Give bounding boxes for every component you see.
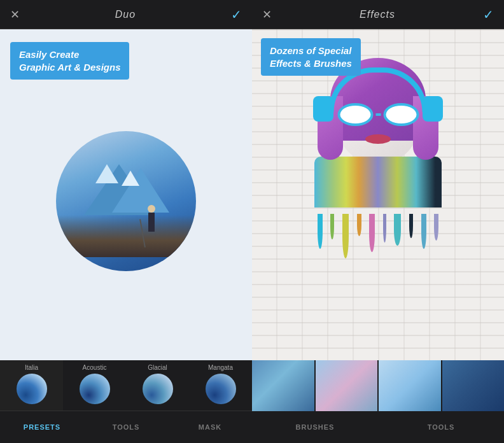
nav-mask[interactable]: MASK [168, 423, 252, 431]
drip-7 [394, 214, 401, 246]
nav-tools[interactable]: TOOLS [84, 423, 168, 431]
left-bottom-nav: PRESETS TOOLS MASK [0, 411, 252, 443]
glass-right [383, 103, 419, 126]
nav-right-tools[interactable]: TOOLS [378, 423, 504, 431]
person-body [148, 213, 155, 232]
left-circle-image [56, 131, 196, 271]
right-toolbar: BRUSHES TOOLS [252, 360, 504, 443]
brush-thumb-2[interactable] [316, 360, 378, 411]
left-close-icon[interactable]: ✕ [10, 8, 20, 22]
drip-4 [357, 214, 361, 236]
drip-5 [369, 214, 375, 252]
drip-9 [421, 214, 426, 249]
right-bottom-nav: BRUSHES TOOLS [252, 411, 504, 443]
preset-item-mangata[interactable]: Mangata [189, 360, 252, 411]
drip-8 [409, 214, 413, 238]
brush-thumb-3[interactable] [379, 360, 441, 411]
drip-10 [434, 214, 438, 241]
drip-6 [383, 214, 386, 243]
brush-thumb-4[interactable] [442, 360, 505, 411]
left-toolbar: Italia Acoustic Glacial Mangata PRESETS … [0, 360, 252, 443]
right-banner: Dozens of Special Effects & Brushes [261, 38, 361, 76]
person-silhouette [142, 205, 161, 243]
left-banner-line2: Graphic Art & Designs [19, 61, 120, 74]
right-close-icon[interactable]: ✕ [262, 8, 272, 22]
preset-thumb-glacial [143, 374, 173, 404]
preset-thumbnails: Italia Acoustic Glacial Mangata [0, 360, 252, 411]
nav-presets[interactable]: PRESETS [0, 423, 84, 431]
glass-bridge [375, 113, 381, 116]
nav-brushes[interactable]: BRUSHES [252, 423, 378, 431]
drip-2 [330, 214, 334, 239]
preset-thumb-mangata [206, 374, 236, 404]
preset-label-mangata: Mangata [208, 364, 233, 371]
drip-background [314, 157, 442, 207]
left-title: Duo [115, 9, 136, 20]
right-banner-line2: Effects & Brushes [270, 57, 352, 70]
right-panel: ✕ Effects ✓ Dozens of Special Effects & … [252, 0, 504, 443]
mannequin-figure [314, 61, 442, 316]
headphone-left [313, 96, 333, 122]
right-check-icon[interactable]: ✓ [483, 7, 494, 22]
preset-item-glacial[interactable]: Glacial [126, 360, 189, 411]
left-banner-line1: Easily Create [19, 48, 120, 61]
mountain-snow-right [122, 171, 139, 186]
brush-thumb-1[interactable] [252, 360, 314, 411]
glass-left [337, 103, 373, 126]
mountain-background [56, 131, 196, 271]
drip-3 [342, 214, 349, 258]
headphone-right [423, 96, 443, 122]
mannequin-lips [365, 134, 391, 144]
left-header: ✕ Duo ✓ [0, 0, 252, 29]
preset-item-italia[interactable]: Italia [0, 360, 63, 411]
right-banner-line1: Dozens of Special [270, 45, 352, 57]
left-panel: ✕ Duo ✓ Easily Create Graphic Art & Desi… [0, 0, 252, 443]
preset-thumb-acoustic [80, 374, 110, 404]
mountain-snow-left [95, 164, 118, 183]
drip-container [314, 157, 442, 284]
preset-item-acoustic[interactable]: Acoustic [63, 360, 126, 411]
person-head [148, 205, 155, 213]
preset-label-acoustic: Acoustic [83, 364, 107, 371]
preset-label-italia: Italia [25, 364, 38, 371]
right-header: ✕ Effects ✓ [252, 0, 504, 29]
right-main-canvas: Dozens of Special Effects & Brushes [252, 29, 504, 360]
rocks [56, 215, 196, 257]
sunglasses [335, 102, 421, 127]
brush-thumbnails [252, 360, 504, 411]
drips [314, 214, 442, 258]
right-title: Effects [360, 9, 395, 20]
preset-thumb-italia [17, 374, 47, 404]
drip-1 [318, 214, 323, 249]
left-banner: Easily Create Graphic Art & Designs [10, 42, 129, 80]
left-main-canvas: Easily Create Graphic Art & Designs [0, 29, 252, 360]
preset-label-glacial: Glacial [148, 364, 167, 371]
left-check-icon[interactable]: ✓ [231, 7, 242, 22]
